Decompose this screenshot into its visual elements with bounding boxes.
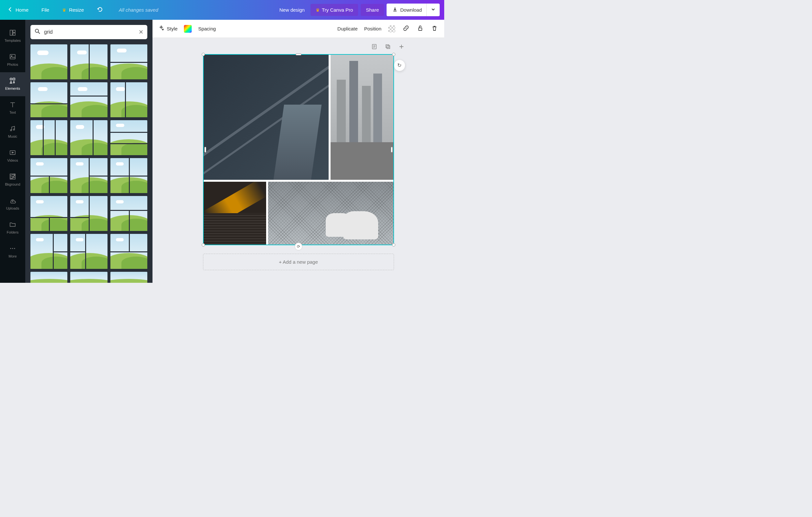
nav-elements[interactable]: Elements [0,72,25,96]
nav-label: Photos [7,62,18,66]
grid-template[interactable] [110,158,147,193]
page-add-button[interactable] [398,43,405,51]
grid-template[interactable] [30,234,67,269]
sync-indicator[interactable]: ⟳ [295,243,302,250]
page-notes-button[interactable] [370,43,378,51]
canvas-viewport[interactable]: ↻ ⟳ + Add a new page [152,38,444,283]
style-button[interactable]: Style [158,25,177,32]
link-icon [403,25,409,33]
grid-template[interactable] [30,45,67,79]
grid-template[interactable] [110,234,147,269]
resize-handle[interactable] [392,243,395,246]
grid-template[interactable] [30,120,67,155]
grid-template[interactable] [70,82,107,117]
link-button[interactable] [402,25,410,33]
resize-handle[interactable] [202,53,205,56]
download-dropdown[interactable] [426,4,440,16]
svg-rect-6 [13,78,15,80]
folders-icon [9,221,17,228]
uploads-icon [9,197,17,205]
chevron-left-icon [8,7,13,13]
nav-more[interactable]: More [0,240,25,264]
color-picker-button[interactable] [184,25,192,33]
grid-template[interactable] [70,45,107,79]
position-button[interactable]: Position [364,26,381,31]
grid-cell-4[interactable] [268,182,394,244]
nav-music[interactable]: Music [0,120,25,144]
nav-text[interactable]: Text [0,96,25,120]
undo-icon [97,6,103,13]
svg-point-14 [35,29,38,32]
duplicate-label: Duplicate [337,26,358,31]
music-icon [9,125,17,133]
transparency-button[interactable] [388,25,396,33]
nav-label: Bkground [5,182,20,186]
lock-button[interactable] [416,25,424,33]
download-label: Download [400,7,422,12]
grid-template[interactable] [30,272,67,283]
sidebar-nav: Templates Photos Elements Text Music Vid… [0,20,25,283]
nav-templates[interactable]: Templates [0,24,25,48]
add-page-button[interactable]: + Add a new page [203,254,394,270]
design-page[interactable]: ↻ ⟳ [203,54,394,245]
grid-template[interactable] [110,196,147,231]
grid-template[interactable] [30,158,67,193]
grid-cell-3[interactable] [204,182,266,244]
resize-handle[interactable] [202,243,205,246]
grid-template[interactable] [30,82,67,117]
regenerate-button[interactable]: ↻ [394,60,405,71]
grid-template[interactable] [70,196,107,231]
download-button[interactable]: Download [386,4,428,16]
clear-search-button[interactable]: ✕ [139,28,143,36]
nav-uploads[interactable]: Uploads [0,192,25,216]
page-duplicate-button[interactable] [384,43,392,51]
new-design-button[interactable]: New design [276,4,308,15]
grid-template[interactable] [70,272,107,283]
grid-cell-2[interactable] [330,55,393,180]
download-icon [393,7,398,13]
nav-label: Folders [7,230,19,234]
transparency-icon [388,25,395,32]
resize-handle[interactable] [392,53,395,56]
grid-template[interactable] [70,234,107,269]
delete-button[interactable] [431,25,438,33]
duplicate-button[interactable]: Duplicate [337,26,358,31]
svg-rect-0 [10,30,12,35]
grid-results[interactable] [25,43,152,283]
resize-handle[interactable] [296,53,301,55]
svg-rect-15 [418,28,422,30]
spacing-label: Spacing [198,26,215,31]
search-box[interactable]: ✕ [30,25,147,39]
grid-template[interactable] [110,82,147,117]
save-status: All changes saved [119,7,158,12]
resize-button[interactable]: ♛ Resize [59,4,87,15]
home-button[interactable]: Home [4,4,32,16]
templates-icon [9,29,17,36]
nav-folders[interactable]: Folders [0,216,25,240]
share-button[interactable]: Share [361,4,384,16]
home-label: Home [16,7,28,12]
grid-template[interactable] [70,120,107,155]
grid-template[interactable] [110,45,147,79]
elements-icon [9,77,17,85]
try-pro-button[interactable]: ♛ Try Canva Pro [311,4,358,16]
try-pro-label: Try Canva Pro [322,7,353,12]
nav-label: Uploads [6,206,19,210]
nav-photos[interactable]: Photos [0,48,25,72]
crown-icon: ♛ [62,7,66,12]
undo-button[interactable] [93,4,106,16]
grid-template[interactable] [70,158,107,193]
trash-icon [431,25,438,33]
spacing-button[interactable]: Spacing [198,26,215,31]
search-input[interactable] [44,29,135,35]
nav-videos[interactable]: Videos [0,144,25,168]
file-button[interactable]: File [38,4,53,15]
grid-template[interactable] [110,120,147,155]
lock-icon [417,25,424,33]
resize-handle[interactable] [391,147,393,153]
grid-cell-1[interactable] [204,55,329,180]
nav-background[interactable]: Bkground [0,168,25,192]
grid-template[interactable] [30,196,67,231]
resize-handle[interactable] [204,147,206,153]
grid-template[interactable] [110,272,147,283]
